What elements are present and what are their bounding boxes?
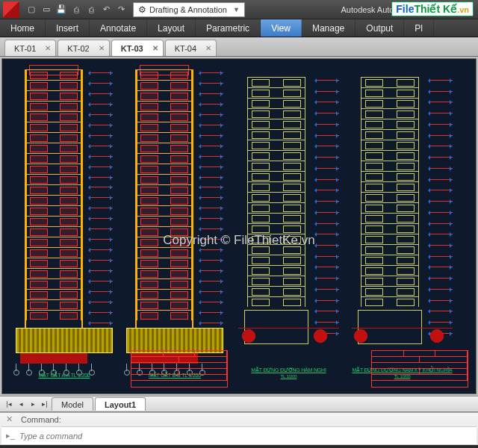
view-elevation-1: MẶT ĐỨNG ĐƯỜNG HÀM NGHITL 1/200 <box>238 72 339 379</box>
building-elevation <box>247 77 305 328</box>
file-tabs: KT-01✕ KT-02✕ KT-03✕ KT-04✕ <box>0 37 478 57</box>
qat-redo-icon[interactable]: ↷ <box>114 3 128 16</box>
workspace-dropdown[interactable]: ⚙ Drafting & Annotation ▼ <box>133 2 245 17</box>
ribbon-tab-layout[interactable]: Layout <box>147 19 196 37</box>
tab-nav-first-icon[interactable]: |◂ <box>3 398 15 410</box>
drawing-canvas[interactable]: MẶT CẮT A-A TL 1/200 MẶT CẮT B-B TL 1/20… <box>0 57 478 396</box>
view-caption: MẶT CẮT A-A TL 1/200 <box>16 373 113 379</box>
ribbon-tab-parametric[interactable]: Parametric <box>196 19 261 37</box>
dimension-stack <box>201 72 223 334</box>
close-icon[interactable]: ✕ <box>205 44 211 52</box>
command-input-row: ▸_ <box>1 426 477 444</box>
ground-hatch <box>126 328 223 353</box>
chevron-down-icon: ▼ <box>233 6 240 13</box>
close-icon[interactable]: ✕ <box>6 414 16 425</box>
layout-tabs: |◂ ◂ ▸ ▸| Model Layout1 <box>0 396 478 412</box>
qat-new-icon[interactable]: ▢ <box>25 3 38 16</box>
view-caption: MẶT ĐỨNG ĐƯỜNG HÀM NGHITL 1/200 <box>238 367 339 379</box>
app-logo-icon[interactable] <box>3 1 19 18</box>
qat-plot-icon[interactable]: ⎙ <box>84 3 98 16</box>
view-elevation-2: MẶT ĐỨNG ĐƯỜNG NAM KỲ KHỞI NGHĨATL 1/200 <box>352 72 453 379</box>
view-section-b: MẶT CẮT B-B TL 1/200 <box>126 65 223 379</box>
layout-tab-model[interactable]: Model <box>52 397 93 411</box>
qat-undo-icon[interactable]: ↶ <box>99 3 113 16</box>
qat-save-icon[interactable]: 💾 <box>55 3 68 16</box>
title-block <box>131 350 228 388</box>
ribbon-tab-home[interactable]: Home <box>0 19 46 37</box>
watermark-brand: FileThiết Kế.vn <box>391 1 474 16</box>
ribbon-tabs: Home Insert Annotate Layout Parametric V… <box>0 19 478 37</box>
qat-open-icon[interactable]: ▭ <box>40 3 53 16</box>
tab-nav-last-icon[interactable]: ▸| <box>39 398 51 410</box>
ground-line <box>238 328 339 353</box>
close-icon[interactable]: ✕ <box>45 44 51 52</box>
tab-nav-next-icon[interactable]: ▸ <box>27 398 39 410</box>
command-history: ✕ Command: <box>0 413 478 426</box>
dimension-stack <box>90 72 113 334</box>
view-section-a: MẶT CẮT A-A TL 1/200 <box>16 65 113 379</box>
ground-hatch <box>16 328 113 353</box>
foundation <box>20 353 87 364</box>
file-tab-kt03[interactable]: KT-03✕ <box>111 40 164 56</box>
file-tab-kt04[interactable]: KT-04✕ <box>165 40 217 56</box>
layout-tab-layout1[interactable]: Layout1 <box>95 397 146 411</box>
close-icon[interactable]: ✕ <box>152 44 158 52</box>
file-tab-kt02[interactable]: KT-02✕ <box>58 40 109 56</box>
dimension-stack <box>430 80 453 334</box>
command-label: Command: <box>21 415 61 424</box>
ribbon-tab-plugins[interactable]: Pl <box>404 19 434 37</box>
gear-icon: ⚙ <box>138 4 146 15</box>
workspace-label: Drafting & Annotation <box>149 5 227 14</box>
building-elevation <box>361 77 419 328</box>
ribbon-tab-manage[interactable]: Manage <box>302 19 356 37</box>
prompt-icon: ▸_ <box>6 431 19 441</box>
building-section <box>25 69 83 328</box>
close-icon[interactable]: ✕ <box>99 44 105 52</box>
building-section <box>135 69 193 328</box>
ribbon-tab-output[interactable]: Output <box>356 19 404 37</box>
tab-nav-prev-icon[interactable]: ◂ <box>15 398 27 410</box>
command-panel: ✕ Command: ▸_ <box>0 412 478 445</box>
title-block <box>371 350 468 388</box>
ground-line <box>352 328 453 353</box>
file-tab-kt01[interactable]: KT-01✕ <box>4 40 56 56</box>
qat-saveas-icon[interactable]: ⎙ <box>69 3 83 16</box>
ribbon-tab-annotate[interactable]: Annotate <box>90 19 147 37</box>
dimension-stack <box>317 80 339 334</box>
paper-space[interactable]: MẶT CẮT A-A TL 1/200 MẶT CẮT B-B TL 1/20… <box>1 58 477 394</box>
command-input[interactable] <box>19 432 472 441</box>
ribbon-tab-insert[interactable]: Insert <box>46 19 90 37</box>
ribbon-tab-view[interactable]: View <box>261 19 302 37</box>
